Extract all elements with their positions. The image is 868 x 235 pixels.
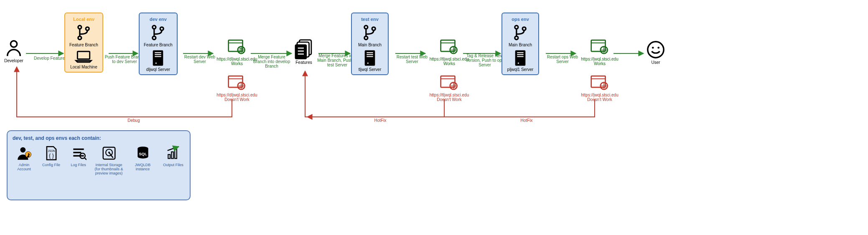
svg-rect-80 <box>171 152 173 159</box>
svg-rect-38 <box>367 52 373 53</box>
git-branch-icon <box>74 23 93 42</box>
ops-fails-node: https://jwql.stsci.edu Doesn't Work <box>577 75 623 102</box>
svg-point-34 <box>364 25 368 29</box>
local-env-title: Local env <box>73 17 94 22</box>
svg-point-64 <box>657 47 659 49</box>
test-works-node: https://tljwql.stsci.edu Works <box>426 39 472 66</box>
dev-fails-label: https://dljwql.stsci.edu Doesn't Work <box>214 93 260 102</box>
dev-server-label: dljwql Server <box>146 67 170 72</box>
svg-point-63 <box>652 47 654 49</box>
git-branch-icon <box>149 23 167 42</box>
svg-rect-79 <box>168 154 170 159</box>
server-icon <box>514 50 527 66</box>
svg-rect-52 <box>517 52 523 53</box>
svg-point-21 <box>155 63 157 64</box>
json-file-icon: JSON { } <box>43 145 59 161</box>
ops-fails-label: https://jwql.stsci.edu Doesn't Work <box>577 93 623 102</box>
ops-branch-label: Main Branch <box>509 43 532 47</box>
browser-ok-icon <box>228 39 246 55</box>
laptop-icon <box>74 50 93 64</box>
legend-config-label: Config File <box>42 163 60 167</box>
arrow-debug: Debug <box>113 118 155 123</box>
svg-point-35 <box>364 36 368 40</box>
local-env-box: Local env Feature Branch Local Machine <box>64 13 103 73</box>
ops-env-box: ops env Main Branch pljwql1 Server <box>501 13 539 75</box>
smiley-icon <box>646 40 665 59</box>
svg-point-12 <box>86 27 89 30</box>
features-label: Features <box>295 60 312 65</box>
svg-point-14 <box>153 25 156 29</box>
database-icon: SQL <box>135 145 151 161</box>
test-fails-label: https://tljwql.stsci.edu Doesn't Work <box>426 93 472 102</box>
svg-point-36 <box>372 27 375 30</box>
arrow-develop-feature: Develop Feature <box>28 56 70 61</box>
legend-output: Output Files <box>162 145 185 167</box>
svg-point-15 <box>153 36 156 40</box>
svg-point-41 <box>367 63 369 64</box>
legend-db-label: JWQLDB instance <box>128 163 158 171</box>
legend-output-label: Output Files <box>163 163 183 167</box>
svg-text:SQL: SQL <box>139 152 147 156</box>
svg-rect-39 <box>367 54 373 55</box>
test-server-label: tljwql Server <box>359 67 381 72</box>
dev-fails-node: https://dljwql.stsci.edu Doesn't Work <box>214 75 260 102</box>
svg-line-73 <box>84 158 87 160</box>
browser-ok-icon <box>440 39 458 55</box>
svg-rect-40 <box>367 56 373 57</box>
svg-point-49 <box>515 36 518 40</box>
ops-works-label: https://jwql.stsci.edu Works <box>577 57 623 66</box>
user-label: User <box>651 60 660 65</box>
svg-point-48 <box>515 25 518 29</box>
features-node: Features <box>293 38 314 65</box>
dev-branch-label: Feature Branch <box>144 43 173 47</box>
user-node: User <box>646 40 665 65</box>
server-icon <box>151 50 165 66</box>
svg-point-65 <box>20 147 25 153</box>
svg-rect-30 <box>295 44 307 59</box>
person-icon <box>4 38 23 58</box>
developer-label: Developer <box>4 58 23 63</box>
test-works-label: https://tljwql.stsci.edu Works <box>426 57 472 66</box>
test-env-box: test env Main Branch tljwql Server <box>351 13 389 75</box>
legend-admin-label: Admin Account <box>13 163 36 171</box>
browser-fail-icon <box>591 75 609 91</box>
svg-point-50 <box>522 27 526 30</box>
svg-point-10 <box>78 25 81 29</box>
arrow-hotfix-test: HotFix <box>359 118 401 123</box>
legend-title: dev, test, and ops envs each contain: <box>13 135 185 141</box>
git-branch-icon <box>511 23 529 42</box>
test-fails-node: https://tljwql.stsci.edu Doesn't Work <box>426 75 472 102</box>
legend-box: dev, test, and ops envs each contain: Ad… <box>7 130 191 200</box>
log-files-icon <box>71 145 87 161</box>
svg-point-55 <box>518 63 519 64</box>
local-machine-label: Local Machine <box>70 65 97 69</box>
server-icon <box>363 50 377 66</box>
svg-rect-13 <box>78 51 90 59</box>
browser-fail-icon <box>228 75 246 91</box>
svg-text:{ }: { } <box>49 153 54 159</box>
legend-db: SQL JWQLDB instance <box>128 145 158 171</box>
svg-rect-20 <box>155 56 161 57</box>
svg-rect-19 <box>155 54 161 55</box>
browser-fail-icon <box>440 75 458 91</box>
legend-logs-label: Log Files <box>71 163 86 167</box>
legend-admin: Admin Account <box>13 145 36 171</box>
ops-env-title: ops env <box>512 17 529 22</box>
arrow-hotfix-ops: HotFix <box>506 118 547 123</box>
documents-stack-icon <box>293 38 314 59</box>
developer-node: Developer <box>4 38 23 63</box>
admin-account-icon <box>16 145 32 161</box>
svg-rect-54 <box>517 56 523 57</box>
browser-ok-icon <box>591 39 609 55</box>
ops-server-label: pljwql1 Server <box>507 67 534 72</box>
test-branch-label: Main Branch <box>358 43 382 47</box>
git-branch-icon <box>361 23 379 42</box>
local-branch-label: Feature Branch <box>69 43 98 47</box>
legend-storage: Internal Storage (for thumbnails & previ… <box>94 145 124 175</box>
svg-rect-18 <box>155 52 161 53</box>
svg-point-11 <box>78 36 81 40</box>
dev-works-label: https://dljwql.stsci.edu Works <box>214 57 260 66</box>
legend-config: JSON { } Config File <box>40 145 63 167</box>
svg-rect-81 <box>175 149 177 159</box>
legend-storage-label: Internal Storage (for thumbnails & previ… <box>94 163 124 175</box>
